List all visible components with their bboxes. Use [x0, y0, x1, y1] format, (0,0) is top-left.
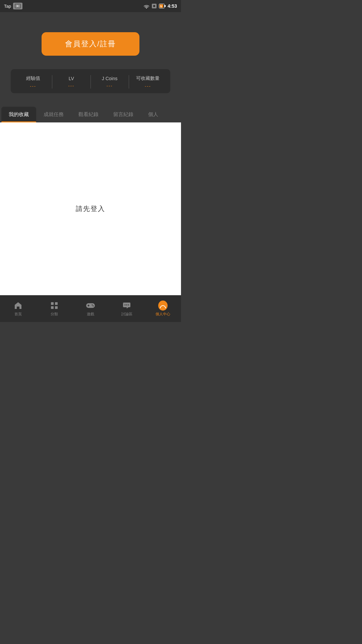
- battery-icon: [159, 4, 166, 8]
- status-bar: Tap: [0, 0, 181, 12]
- svg-point-18: [92, 305, 93, 306]
- stat-coins-label: J Coins: [102, 76, 118, 81]
- profile-avatar: [158, 301, 168, 311]
- svg-rect-11: [51, 302, 54, 305]
- svg-point-22: [128, 305, 129, 306]
- nav-home[interactable]: 首頁: [0, 301, 36, 317]
- nav-category[interactable]: 分類: [36, 301, 72, 317]
- wifi-icon: [143, 4, 149, 8]
- status-bar-right: 4:53: [143, 3, 177, 9]
- tab-personal[interactable]: 個人: [141, 107, 166, 122]
- status-bar-left: Tap: [4, 3, 22, 9]
- app-name: Tap: [4, 4, 11, 9]
- profile-icon: [158, 301, 168, 310]
- stat-lv-value: ---: [68, 83, 74, 88]
- tab-comment-history[interactable]: 留言紀錄: [106, 107, 141, 122]
- nav-profile-label: 個人中心: [156, 312, 170, 317]
- sim-icon: [152, 3, 157, 9]
- stat-collectible-value: ---: [145, 84, 151, 89]
- bottom-nav: 首頁 分類: [0, 295, 181, 322]
- forum-icon: [122, 301, 131, 310]
- stat-collectible: 可收藏數量 ---: [129, 75, 167, 89]
- nav-category-label: 分類: [51, 312, 58, 317]
- category-icon: [50, 301, 59, 310]
- stat-lv-label: LV: [69, 76, 74, 81]
- upper-section: 會員登入/註冊: [0, 12, 181, 69]
- stat-experience-value: ---: [30, 84, 36, 89]
- svg-rect-12: [55, 302, 58, 305]
- stat-lv: LV ---: [52, 76, 90, 88]
- game-icon: [86, 301, 95, 310]
- nav-profile[interactable]: 個人中心: [145, 301, 181, 317]
- svg-point-20: [125, 305, 126, 306]
- svg-point-21: [126, 305, 127, 306]
- svg-rect-17: [88, 305, 89, 307]
- svg-rect-14: [55, 306, 58, 309]
- stat-coins-value: ---: [107, 83, 113, 88]
- stat-experience: 經驗值 ---: [14, 75, 52, 89]
- svg-point-19: [93, 306, 94, 307]
- svg-rect-13: [51, 306, 54, 309]
- svg-rect-6: [165, 5, 166, 7]
- svg-rect-4: [153, 5, 155, 7]
- content-area: 請先登入: [0, 122, 181, 322]
- login-button[interactable]: 會員登入/註冊: [42, 32, 139, 56]
- login-prompt: 請先登入: [76, 204, 105, 213]
- middle-section: 經驗值 --- LV --- J Coins --- 可收藏數量 ---: [0, 69, 181, 93]
- nav-game[interactable]: 遊戲: [72, 301, 109, 317]
- nav-forum[interactable]: 討論區: [109, 301, 145, 317]
- tab-achievements[interactable]: 成就任務: [36, 107, 71, 122]
- tabs-section: 我的收藏 成就任務 觀看紀錄 留言紀錄 個人: [0, 93, 181, 122]
- page-wrapper: Tap: [0, 0, 181, 322]
- tap-icon: [13, 3, 22, 9]
- stat-experience-label: 經驗值: [26, 75, 40, 82]
- stat-coins: J Coins ---: [91, 76, 129, 88]
- tabs-container: 我的收藏 成就任務 觀看紀錄 留言紀錄 個人: [0, 107, 181, 122]
- nav-home-label: 首頁: [14, 312, 22, 317]
- status-time: 4:53: [168, 3, 177, 9]
- nav-forum-label: 討論區: [121, 312, 132, 317]
- tab-my-collection[interactable]: 我的收藏: [1, 107, 36, 122]
- nav-game-label: 遊戲: [87, 312, 94, 317]
- stat-collectible-label: 可收藏數量: [136, 75, 160, 82]
- tab-watch-history[interactable]: 觀看紀錄: [71, 107, 106, 122]
- stats-bar: 經驗值 --- LV --- J Coins --- 可收藏數量 ---: [11, 69, 170, 93]
- home-icon: [13, 301, 23, 310]
